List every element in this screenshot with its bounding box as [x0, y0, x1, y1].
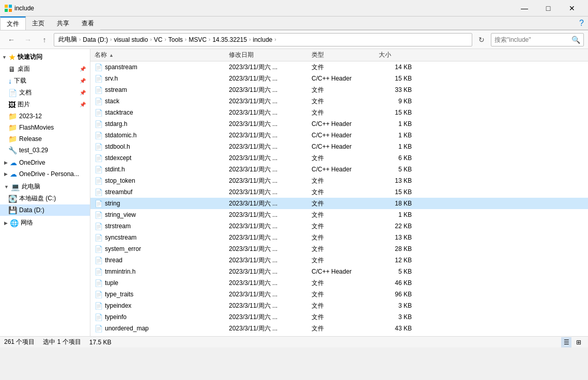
sidebar-item-release[interactable]: 📁 Release	[0, 133, 90, 145]
quick-access-header[interactable]: ▼ ★ 快速访问	[0, 51, 90, 63]
table-row[interactable]: 📄 stdatomic.h 2023/3/11/周六 ... C/C++ Hea…	[90, 130, 588, 141]
table-row[interactable]: 📄 tuple 2023/3/11/周六 ... 文件 46 KB	[90, 277, 588, 289]
table-row[interactable]: 📄 unordered_set 2023/3/11/周六 ... 文件 34 K…	[90, 334, 588, 336]
table-row[interactable]: 📄 tmmintrin.h 2023/3/11/周六 ... C/C++ Hea…	[90, 266, 588, 277]
path-msvc[interactable]: MSVC	[189, 36, 207, 43]
details-view-button[interactable]: ☰	[561, 337, 571, 347]
file-name-cell: 📄 sstream	[90, 86, 225, 94]
table-row[interactable]: 📄 system_error 2023/3/11/周六 ... 文件 28 KB	[90, 243, 588, 255]
file-size-cell: 96 KB	[375, 291, 416, 298]
sidebar-item-pictures[interactable]: 🖼 图片 📌	[0, 99, 90, 110]
table-row[interactable]: 📄 spanstream 2023/3/11/周六 ... 文件 14 KB	[90, 61, 588, 73]
forward-button[interactable]: →	[21, 33, 35, 47]
file-name-cell: 📄 system_error	[90, 245, 225, 253]
file-size-cell: 5 KB	[375, 268, 416, 275]
col-header-size[interactable]: 大小	[375, 51, 416, 59]
close-button[interactable]: ✕	[560, 0, 584, 17]
col-header-name[interactable]: 名称 ▲	[90, 51, 225, 59]
table-row[interactable]: 📄 typeindex 2023/3/11/周六 ... 文件 3 KB	[90, 300, 588, 311]
table-row[interactable]: 📄 string_view 2023/3/11/周六 ... 文件 1 KB	[90, 209, 588, 220]
search-box[interactable]: 🔍	[491, 33, 584, 46]
file-type-cell: 文件	[307, 63, 375, 72]
sidebar-item-onedrive2[interactable]: ▶ ☁ OneDrive - Persona...	[0, 168, 90, 180]
table-row[interactable]: 📄 stdarg.h 2023/3/11/周六 ... C/C++ Header…	[90, 118, 588, 130]
sidebar-item-downloads[interactable]: ↓ 下载 📌	[0, 75, 90, 87]
sidebar-item-drive-c[interactable]: 💽 本地磁盘 (C:)	[0, 193, 90, 204]
file-size-cell: 9 KB	[375, 98, 416, 105]
sidebar-item-desktop[interactable]: 🖥 桌面 📌	[0, 63, 90, 75]
search-icon[interactable]: 🔍	[571, 36, 580, 44]
large-icons-view-button[interactable]: ⊞	[574, 337, 584, 347]
address-bar: ← → ↑ 此电脑 › Data (D:) › visual studio › …	[0, 30, 588, 49]
path-datad[interactable]: Data (D:)	[83, 36, 108, 43]
ribbon-tab-share[interactable]: 共享	[51, 17, 75, 30]
table-row[interactable]: 📄 stop_token 2023/3/11/周六 ... 文件 13 KB	[90, 175, 588, 186]
sidebar-item-thispc[interactable]: ▼ 💻 此电脑	[0, 181, 90, 193]
table-row[interactable]: 📄 string 2023/3/11/周六 ... 文件 18 KB	[90, 198, 588, 209]
file-type-cell: C/C++ Header	[307, 132, 375, 139]
table-row[interactable]: 📄 srv.h 2023/3/11/周六 ... C/C++ Header 15…	[90, 73, 588, 84]
table-row[interactable]: 📄 stdbool.h 2023/3/11/周六 ... C/C++ Heade…	[90, 141, 588, 152]
sidebar-item-documents[interactable]: 📄 文档 📌	[0, 87, 90, 99]
file-icon: 📄	[95, 211, 103, 219]
path-vc[interactable]: VC	[154, 36, 163, 43]
path-visualstudio[interactable]: visual studio	[114, 36, 148, 43]
ribbon-tab-home[interactable]: 主页	[26, 17, 51, 30]
table-row[interactable]: 📄 stacktrace 2023/3/11/周六 ... 文件 15 KB	[90, 107, 588, 118]
file-date-cell: 2023/3/11/周六 ...	[225, 199, 307, 208]
file-date-cell: 2023/3/11/周六 ...	[225, 267, 307, 276]
address-path[interactable]: 此电脑 › Data (D:) › visual studio › VC › T…	[54, 33, 472, 46]
table-row[interactable]: 📄 stdexcept 2023/3/11/周六 ... 文件 6 KB	[90, 152, 588, 164]
sidebar-item-onedrive[interactable]: ▶ ☁ OneDrive	[0, 157, 90, 168]
sidebar-item-network[interactable]: ▶ 🌐 网络	[0, 217, 90, 229]
sidebar-item-2023-12[interactable]: 📁 2023-12	[0, 110, 90, 122]
col-header-date[interactable]: 修改日期	[225, 51, 307, 59]
back-button[interactable]: ←	[4, 33, 19, 47]
table-row[interactable]: 📄 streambuf 2023/3/11/周六 ... 文件 15 KB	[90, 186, 588, 198]
table-row[interactable]: 📄 typeinfo 2023/3/11/周六 ... 文件 3 KB	[90, 311, 588, 323]
svg-rect-2	[5, 9, 8, 12]
ribbon-tab-view[interactable]: 查看	[75, 17, 100, 30]
refresh-button[interactable]: ↻	[474, 33, 489, 47]
table-row[interactable]: 📄 stdint.h 2023/3/11/周六 ... C/C++ Header…	[90, 164, 588, 175]
path-thispc[interactable]: 此电脑	[58, 35, 77, 44]
file-icon: 📄	[95, 109, 103, 117]
sidebar-item-drive-d[interactable]: 💾 Data (D:)	[0, 204, 90, 216]
sidebar-item-flashmovies[interactable]: 📁 FlashMovies	[0, 122, 90, 133]
table-row[interactable]: 📄 strstream 2023/3/11/周六 ... 文件 22 KB	[90, 220, 588, 232]
drive-c-icon: 💽	[8, 195, 17, 203]
col-header-type[interactable]: 类型	[307, 51, 375, 59]
file-size-cell: 13 KB	[375, 177, 416, 184]
table-row[interactable]: 📄 syncstream 2023/3/11/周六 ... 文件 13 KB	[90, 232, 588, 243]
minimize-button[interactable]: —	[513, 0, 536, 17]
up-button[interactable]: ↑	[37, 33, 52, 47]
file-name-cell: 📄 strstream	[90, 223, 225, 230]
file-size-cell: 46 KB	[375, 279, 416, 287]
path-tools[interactable]: Tools	[168, 36, 183, 43]
network-icon: 🌐	[10, 219, 19, 227]
selected-count: 选中 1 个项目	[43, 338, 81, 346]
path-version[interactable]: 14.35.32215	[212, 36, 247, 43]
table-row[interactable]: 📄 type_traits 2023/3/11/周六 ... 文件 96 KB	[90, 289, 588, 300]
path-include[interactable]: include	[253, 36, 272, 43]
maximize-button[interactable]: □	[536, 0, 560, 17]
file-size-cell: 6 KB	[375, 154, 416, 162]
table-row[interactable]: 📄 thread 2023/3/11/周六 ... 文件 12 KB	[90, 255, 588, 266]
file-icon: 📄	[95, 302, 103, 310]
file-icon: 📄	[95, 132, 103, 139]
table-row[interactable]: 📄 stack 2023/3/11/周六 ... 文件 9 KB	[90, 96, 588, 107]
search-input[interactable]	[494, 36, 571, 43]
table-row[interactable]: 📄 unordered_map 2023/3/11/周六 ... 文件 43 K…	[90, 323, 588, 334]
file-icon: 📄	[95, 75, 103, 83]
sidebar-item-test[interactable]: 🔧 test_03.29	[0, 145, 90, 156]
help-icon[interactable]: ?	[579, 19, 584, 28]
file-type-cell: 文件	[307, 199, 375, 208]
file-icon: 📄	[95, 154, 103, 162]
ribbon-tab-file[interactable]: 文件	[0, 17, 26, 30]
file-type-cell: 文件	[307, 302, 375, 310]
file-type-cell: 文件	[307, 86, 375, 94]
table-row[interactable]: 📄 sstream 2023/3/11/周六 ... 文件 33 KB	[90, 84, 588, 96]
file-type-cell: 文件	[307, 222, 375, 231]
file-date-cell: 2023/3/11/周六 ...	[225, 211, 307, 219]
window-icon	[4, 4, 12, 12]
